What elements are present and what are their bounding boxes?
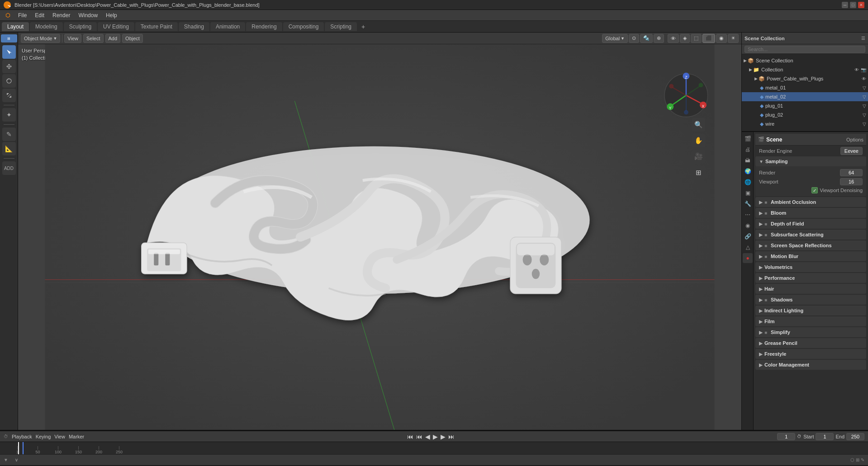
mode-button[interactable]: ⊞ xyxy=(1,34,17,42)
prop-icon-object-data[interactable]: △ xyxy=(743,242,753,252)
menu-render[interactable]: Render xyxy=(49,11,74,19)
outliner-item-plug-02[interactable]: ◆ plug_02 ▽ xyxy=(742,110,868,119)
collection-visibility[interactable]: 👁 xyxy=(854,67,859,72)
menu-window[interactable]: Window xyxy=(75,11,101,19)
current-frame[interactable]: 1 xyxy=(777,433,795,440)
film-header[interactable]: ▶ Film xyxy=(755,316,866,326)
viewport[interactable]: Object Mode ▼ View Select Add Object Glo… xyxy=(18,33,741,430)
sampling-header[interactable]: ▼ Sampling xyxy=(755,156,866,166)
close-button[interactable]: ✕ xyxy=(858,2,864,8)
bloom-header[interactable]: ▶ ■ Bloom xyxy=(755,208,866,218)
perf-header[interactable]: ▶ Performance xyxy=(755,273,866,283)
viewport-value[interactable]: 16 xyxy=(840,178,863,185)
tab-uv-editing[interactable]: UV Editing xyxy=(98,22,134,31)
prop-icon-physics[interactable]: ◉ xyxy=(743,221,753,231)
marker-menu[interactable]: Marker xyxy=(69,434,84,439)
timeline-bar[interactable]: 1 50 100 150 200 250 xyxy=(0,442,868,454)
prop-icon-constraints[interactable]: 🔗 xyxy=(743,231,753,241)
options-label[interactable]: Options xyxy=(846,137,863,142)
tab-shading[interactable]: Shading xyxy=(179,22,209,31)
tool-rotate[interactable] xyxy=(2,74,16,88)
tab-sculpting[interactable]: Sculpting xyxy=(64,22,97,31)
gp-header[interactable]: ▶ Grease Pencil xyxy=(755,338,866,348)
filter-icon[interactable]: ☰ xyxy=(861,36,865,41)
tool-cursor[interactable] xyxy=(2,45,16,59)
tool-move[interactable] xyxy=(2,60,16,73)
prop-icon-view-layer[interactable]: 🏔 xyxy=(743,155,753,165)
outliner-item-wire[interactable]: ◆ wire ▽ xyxy=(742,119,868,128)
collection-render-vis[interactable]: 📷 xyxy=(861,67,866,72)
keying-menu[interactable]: Keying xyxy=(36,434,51,439)
shading-wireframe[interactable]: ⬚ xyxy=(691,34,702,43)
outliner-item-plug-01[interactable]: ◆ plug_01 ▽ xyxy=(742,101,868,110)
menu-file[interactable]: File xyxy=(14,11,30,19)
shading-solid[interactable]: ⬛ xyxy=(702,34,715,43)
tab-animation[interactable]: Animation xyxy=(210,22,245,31)
mb-header[interactable]: ▶ ■ Motion Blur xyxy=(755,251,866,261)
step-back-button[interactable]: ◀ xyxy=(424,433,431,440)
prop-icon-particles[interactable]: ⋯ xyxy=(743,210,753,220)
prop-icon-object[interactable]: ▣ xyxy=(743,188,753,198)
add-workspace-button[interactable]: + xyxy=(358,22,369,31)
tab-rendering[interactable]: Rendering xyxy=(246,22,282,31)
overlay-dropdown[interactable]: 👁 xyxy=(668,34,679,43)
jump-end-button[interactable]: ⏭ xyxy=(447,433,455,440)
render-engine-value[interactable]: Eevee xyxy=(840,147,863,155)
outliner-item-scene-collection[interactable]: ▶ 📦 Scene Collection xyxy=(742,56,868,65)
render-value[interactable]: 64 xyxy=(840,169,863,176)
simplify-header[interactable]: ▶ ■ Simplify xyxy=(755,327,866,337)
menu-blender[interactable]: ⬡ xyxy=(2,11,14,19)
outliner-item-power-cable[interactable]: ▶ 📦 Power_Cable_with_Plugs 👁 xyxy=(742,74,868,83)
power-cable-vis[interactable]: 👁 xyxy=(862,76,866,81)
plug-02-vis[interactable]: ▽ xyxy=(863,113,866,118)
tab-layout[interactable]: Layout xyxy=(2,22,29,31)
playhead[interactable] xyxy=(18,442,19,454)
tool-transform[interactable]: ✦ xyxy=(2,108,16,122)
tool-add[interactable]: ADD xyxy=(2,161,16,175)
proportional-edit[interactable]: ⊕ xyxy=(654,34,664,43)
prop-icon-scene[interactable]: 🌍 xyxy=(743,166,753,176)
tab-modeling[interactable]: Modeling xyxy=(30,22,63,31)
tab-texture-paint[interactable]: Texture Paint xyxy=(135,22,178,31)
shading-material[interactable]: ◉ xyxy=(716,34,727,43)
sss-header[interactable]: ▶ ■ Subsurface Scattering xyxy=(755,230,866,240)
dof-header[interactable]: ▶ ■ Depth of Field xyxy=(755,219,866,229)
prop-icon-modifier[interactable]: 🔧 xyxy=(743,199,753,209)
freestyle-header[interactable]: ▶ Freestyle xyxy=(755,349,866,359)
start-frame[interactable]: 1 xyxy=(816,433,834,440)
tab-scripting[interactable]: Scripting xyxy=(325,22,357,31)
denoising-checkbox[interactable]: ✓ xyxy=(811,187,818,193)
step-forward-button[interactable]: ▶ xyxy=(440,433,446,440)
tab-compositing[interactable]: Compositing xyxy=(283,22,324,31)
outliner-search-input[interactable] xyxy=(745,46,865,53)
prop-icon-world[interactable]: 🌐 xyxy=(743,177,753,187)
menu-edit[interactable]: Edit xyxy=(31,11,48,19)
vol-header[interactable]: ▶ Volumetrics xyxy=(755,262,866,272)
tool-scale[interactable] xyxy=(2,89,16,102)
jump-prev-button[interactable]: ⏮ xyxy=(415,433,423,440)
cm-header[interactable]: ▶ Color Management xyxy=(755,360,866,370)
metal-01-vis[interactable]: ▽ xyxy=(863,85,866,90)
menu-help[interactable]: Help xyxy=(102,11,121,19)
view-menu[interactable]: View xyxy=(54,434,65,439)
il-header[interactable]: ▶ Indirect Lighting xyxy=(755,306,866,315)
prop-icon-render[interactable]: 🎬 xyxy=(743,134,753,144)
snap-toggle[interactable]: 🔩 xyxy=(640,34,653,43)
transform-global[interactable]: Global ▼ xyxy=(602,34,628,43)
select-menu[interactable]: Select xyxy=(83,34,104,43)
minimize-button[interactable]: ─ xyxy=(842,2,848,8)
hair-header[interactable]: ▶ Hair xyxy=(755,284,866,294)
shading-rendered[interactable]: ☀ xyxy=(728,34,739,43)
end-frame[interactable]: 250 xyxy=(846,433,864,440)
wire-vis[interactable]: ▽ xyxy=(863,122,866,127)
ao-header[interactable]: ▶ ■ Ambient Occlusion xyxy=(755,197,866,207)
playback-menu[interactable]: Playback xyxy=(12,434,32,439)
play-button[interactable]: ▶ xyxy=(432,433,439,440)
object-menu[interactable]: Object xyxy=(122,34,143,43)
view-menu[interactable]: View xyxy=(64,34,81,43)
plug-01-vis[interactable]: ▽ xyxy=(863,104,866,108)
jump-start-button[interactable]: ⏮ xyxy=(406,433,414,440)
outliner-item-metal-01[interactable]: ◆ metal_01 ▽ xyxy=(742,83,868,92)
xray-toggle[interactable]: ◈ xyxy=(680,34,690,43)
ssr-header[interactable]: ▶ ■ Screen Space Reflections xyxy=(755,240,866,250)
